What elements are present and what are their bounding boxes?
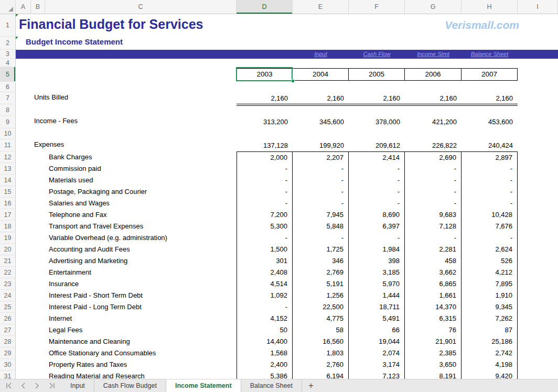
expense-value-cell[interactable]: 8,690 xyxy=(349,209,405,221)
expense-value-cell[interactable]: - xyxy=(462,232,518,244)
row-header-6[interactable]: 6 xyxy=(0,82,16,92)
expense-value-cell[interactable]: - xyxy=(405,198,462,209)
row-header-15[interactable]: 15 xyxy=(0,186,16,198)
expense-value-cell[interactable]: 4,152 xyxy=(237,313,293,324)
row-header-11[interactable]: 11 xyxy=(0,139,16,151)
tab-cash-flow-budget[interactable]: Cash Flow Budget xyxy=(94,379,166,392)
value-cell[interactable]: 2,160 xyxy=(349,93,405,104)
expense-value-cell[interactable]: 3,185 xyxy=(349,267,405,278)
expense-value-cell[interactable]: 2,207 xyxy=(293,152,349,163)
year-cell-2005[interactable]: 2005 xyxy=(349,69,405,80)
expense-value-cell[interactable]: - xyxy=(349,163,405,175)
tab-input[interactable]: Input xyxy=(61,379,94,392)
expense-value-cell[interactable]: 2,897 xyxy=(462,152,518,163)
expense-value-cell[interactable]: 6,194 xyxy=(293,371,349,379)
row-header-20[interactable]: 20 xyxy=(0,244,16,255)
expense-value-cell[interactable]: 301 xyxy=(237,255,293,267)
expense-label[interactable]: Maintenance and Cleaning xyxy=(16,336,237,347)
expense-value-cell[interactable]: 9,420 xyxy=(462,371,518,379)
year-cell-2006[interactable]: 2006 xyxy=(405,69,462,80)
column-header-D[interactable]: D xyxy=(237,0,293,14)
expense-value-cell[interactable]: 398 xyxy=(349,255,405,267)
expense-label[interactable]: Accounting and Audit Fees xyxy=(16,244,237,255)
expense-value-cell[interactable]: - xyxy=(405,163,462,175)
expense-value-cell[interactable]: 7,128 xyxy=(405,221,462,232)
expense-value-cell[interactable]: 16,560 xyxy=(293,336,349,347)
expense-value-cell[interactable]: 7,676 xyxy=(462,221,518,232)
expense-value-cell[interactable]: 21,901 xyxy=(405,336,462,347)
value-cell[interactable]: 137,128 xyxy=(237,140,293,151)
nav-link-income-stmt[interactable]: Income Stmt xyxy=(405,50,462,59)
expense-value-cell[interactable]: 458 xyxy=(405,255,462,267)
expense-value-cell[interactable]: 1,725 xyxy=(293,244,349,255)
expense-value-cell[interactable]: 4,198 xyxy=(462,359,518,371)
expense-value-cell[interactable]: 76 xyxy=(405,324,462,336)
tab-balance-sheet[interactable]: Balance Sheet xyxy=(241,379,302,392)
column-header-I[interactable]: I xyxy=(518,0,558,14)
expense-value-cell[interactable]: 1,661 xyxy=(405,290,462,301)
year-cell-2004[interactable]: 2004 xyxy=(293,69,349,80)
expense-value-cell[interactable]: 5,386 xyxy=(237,371,293,379)
row-header-25[interactable]: 25 xyxy=(0,301,16,313)
select-all-button[interactable] xyxy=(0,0,16,14)
expense-label[interactable]: Telephone and Fax xyxy=(16,209,237,221)
row-header-4[interactable]: 4 xyxy=(0,59,16,67)
expense-label[interactable]: Advertising and Marketing xyxy=(16,255,237,267)
expense-value-cell[interactable]: 7,945 xyxy=(293,209,349,221)
value-cell[interactable]: 2,160 xyxy=(293,93,349,104)
first-sheet-button[interactable] xyxy=(4,381,14,390)
expense-value-cell[interactable]: 14,400 xyxy=(237,336,293,347)
expense-value-cell[interactable]: - xyxy=(293,198,349,209)
row-header-1[interactable]: 1 xyxy=(0,14,16,37)
row-header-23[interactable]: 23 xyxy=(0,278,16,290)
expense-value-cell[interactable]: 5,848 xyxy=(293,221,349,232)
value-cell[interactable]: 313,200 xyxy=(237,116,293,127)
row-header-10[interactable]: 10 xyxy=(0,128,16,139)
expense-value-cell[interactable]: 66 xyxy=(349,324,405,336)
expense-value-cell[interactable]: 19,044 xyxy=(349,336,405,347)
expense-value-cell[interactable]: - xyxy=(462,198,518,209)
expense-label[interactable]: Internet xyxy=(16,313,237,324)
row-header-2[interactable]: 2 xyxy=(0,37,16,50)
expense-label[interactable]: Interest Paid - Long Term Debt xyxy=(16,301,237,313)
column-header-G[interactable]: G xyxy=(405,0,462,14)
expense-value-cell[interactable]: - xyxy=(293,232,349,244)
expense-value-cell[interactable]: - xyxy=(462,186,518,198)
expense-value-cell[interactable]: 1,256 xyxy=(293,290,349,301)
row-header-22[interactable]: 22 xyxy=(0,267,16,278)
column-header-H[interactable]: H xyxy=(462,0,518,14)
expense-value-cell[interactable]: 5,491 xyxy=(349,313,405,324)
column-header-C[interactable]: C xyxy=(45,0,237,14)
row-header-3[interactable]: 3 xyxy=(0,50,16,59)
expense-label[interactable]: Salaries and Wages xyxy=(16,198,237,209)
expense-value-cell[interactable]: 7,200 xyxy=(237,209,293,221)
year-cell-2007[interactable]: 2007 xyxy=(462,69,518,80)
nav-link-cash-flow[interactable]: Cash Flow xyxy=(349,50,405,59)
expense-value-cell[interactable]: 8,191 xyxy=(405,371,462,379)
expense-label[interactable]: Reading Material and Research xyxy=(16,371,237,379)
column-header-A[interactable]: A xyxy=(16,0,31,14)
expense-value-cell[interactable]: - xyxy=(462,163,518,175)
expense-value-cell[interactable]: 7,123 xyxy=(349,371,405,379)
expense-value-cell[interactable]: 1,803 xyxy=(293,347,349,359)
expense-value-cell[interactable]: 6,865 xyxy=(405,278,462,290)
expense-value-cell[interactable]: - xyxy=(237,301,293,313)
expense-label[interactable]: Entertainment xyxy=(16,267,237,278)
expense-value-cell[interactable]: 9,683 xyxy=(405,209,462,221)
expense-value-cell[interactable]: 1,500 xyxy=(237,244,293,255)
value-cell[interactable]: 2,160 xyxy=(405,93,462,104)
value-cell[interactable]: 453,600 xyxy=(462,116,518,127)
expense-value-cell[interactable]: 9,345 xyxy=(462,301,518,313)
expense-value-cell[interactable]: 2,281 xyxy=(405,244,462,255)
row-label[interactable]: Units Billed xyxy=(34,93,68,101)
nav-link-input[interactable]: Input xyxy=(293,50,349,59)
expense-label[interactable]: Variable Overhead (e.g. administration) xyxy=(16,232,237,244)
expense-value-cell[interactable]: 10,428 xyxy=(462,209,518,221)
row-header-9[interactable]: 9 xyxy=(0,116,16,128)
expense-value-cell[interactable]: 58 xyxy=(293,324,349,336)
expense-value-cell[interactable]: 5,970 xyxy=(349,278,405,290)
expense-value-cell[interactable]: 1,568 xyxy=(237,347,293,359)
expense-value-cell[interactable]: 526 xyxy=(462,255,518,267)
fill-handle[interactable] xyxy=(292,80,294,82)
sheet-subtitle[interactable]: Budget Income Statement xyxy=(26,37,123,46)
